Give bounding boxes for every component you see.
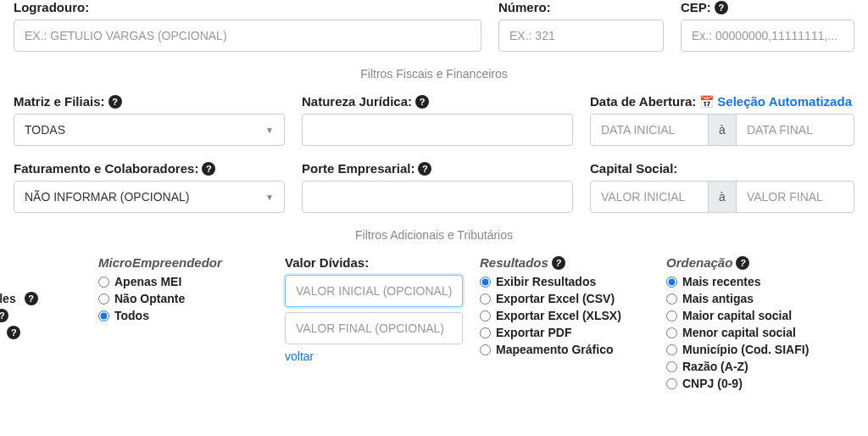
ordenacao-option[interactable]: Mais recentes [666,275,854,288]
ordenacao-option[interactable]: CNPJ (0-9) [666,377,854,390]
mei-radio[interactable] [98,310,109,321]
resultados-option[interactable]: Exportar Excel (XLSX) [480,309,649,322]
help-icon[interactable]: ? [0,309,8,322]
resultados-option[interactable]: Exibir Resultados [480,275,649,288]
dividas-inicial-input[interactable] [285,275,463,307]
range-separator: à [709,181,736,213]
data-final-input[interactable] [736,114,854,146]
adicionais-legend: Filtros Adicionais e Tributários [14,228,854,242]
tributario-option[interactable]: ional [0,275,81,288]
help-icon[interactable]: ? [552,256,565,270]
ordenacao-option[interactable]: Maior capital social [666,309,854,322]
tributario-option[interactable]: Simples? [0,292,81,305]
ordenacao-option[interactable]: Município (Cod. SIAFI) [666,343,854,356]
ordenacao-heading: Ordenação [666,255,732,270]
porte-label: Porte Empresarial: [302,161,415,176]
resultados-radio[interactable] [480,277,491,288]
help-icon[interactable]: ? [7,326,20,339]
resultados-option[interactable]: Exportar PDF [480,326,649,339]
numero-input[interactable] [498,20,664,52]
chevron-down-icon: ▼ [265,193,274,202]
mei-option[interactable]: Não Optante [98,292,268,305]
resultados-option[interactable]: Mapeamento Gráfico [480,343,649,356]
help-icon[interactable]: ? [25,292,38,305]
resultados-radio[interactable] [480,310,491,321]
calendar-icon: 📅 [699,95,714,109]
capital-final-input[interactable] [736,181,854,213]
matriz-label: Matriz e Filiais: [14,94,105,109]
natureza-input[interactable] [302,114,573,146]
range-separator: à [709,114,736,146]
cep-label: CEP: [681,0,711,14]
numero-label: Número: [498,0,551,14]
help-icon[interactable]: ? [202,162,215,176]
chevron-down-icon: ▼ [265,126,274,135]
mei-radio[interactable] [98,277,109,288]
resultados-radio[interactable] [480,327,491,338]
faturamento-label: Faturamento e Colaboradores: [14,161,198,176]
ordenacao-radio[interactable] [666,293,677,305]
voltar-link[interactable]: voltar [285,349,463,363]
tributario-option[interactable]: mido? [0,326,81,339]
capital-label: Capital Social: [590,161,677,176]
resultados-option[interactable]: Exportar Excel (CSV) [480,292,649,305]
data-inicial-input[interactable] [590,114,709,146]
dividas-label: Valor Dívidas: [285,255,369,270]
logradouro-label: Logradouro: [14,0,89,14]
ordenacao-option[interactable]: Razão (A-Z) [666,360,854,373]
help-icon[interactable]: ? [736,256,749,270]
mei-heading: MicroEmpreendedor [98,255,222,270]
fiscais-legend: Filtros Fiscais e Financeiros [14,67,854,81]
ordenacao-radio[interactable] [666,344,677,355]
ordenacao-radio[interactable] [666,310,677,321]
tributario-option[interactable]: les? [0,309,81,322]
mei-radio[interactable] [98,293,109,305]
ordenacao-radio[interactable] [666,327,677,338]
natureza-label: Natureza Jurídica: [302,94,412,109]
dividas-final-input[interactable] [285,312,463,344]
resultados-radio[interactable] [480,344,491,355]
ordenacao-option[interactable]: Mais antigas [666,292,854,305]
logradouro-input[interactable] [14,20,481,52]
ordenacao-radio[interactable] [666,277,677,288]
help-icon[interactable]: ? [418,162,431,176]
matriz-select[interactable]: TODAS ▼ [14,114,285,146]
resultados-radio[interactable] [480,293,491,305]
help-icon[interactable]: ? [715,1,728,14]
capital-inicial-input[interactable] [590,181,709,213]
abertura-label: Data de Abertura: [590,94,696,109]
mei-option[interactable]: Todos [98,309,268,322]
help-icon[interactable]: ? [108,95,122,109]
porte-input[interactable] [302,181,573,213]
faturamento-select[interactable]: NÃO INFORMAR (OPCIONAL) ▼ [14,181,285,213]
ordenacao-radio[interactable] [666,378,677,389]
resultados-heading: Resultados [480,255,548,270]
cep-input[interactable] [681,20,854,52]
ordenacao-radio[interactable] [666,361,677,372]
help-icon[interactable]: ? [415,95,429,109]
ordenacao-option[interactable]: Menor capital social [666,326,854,339]
mei-option[interactable]: Apenas MEI [98,275,268,288]
abertura-auto-link[interactable]: 📅Seleção Automatizada [699,94,852,109]
